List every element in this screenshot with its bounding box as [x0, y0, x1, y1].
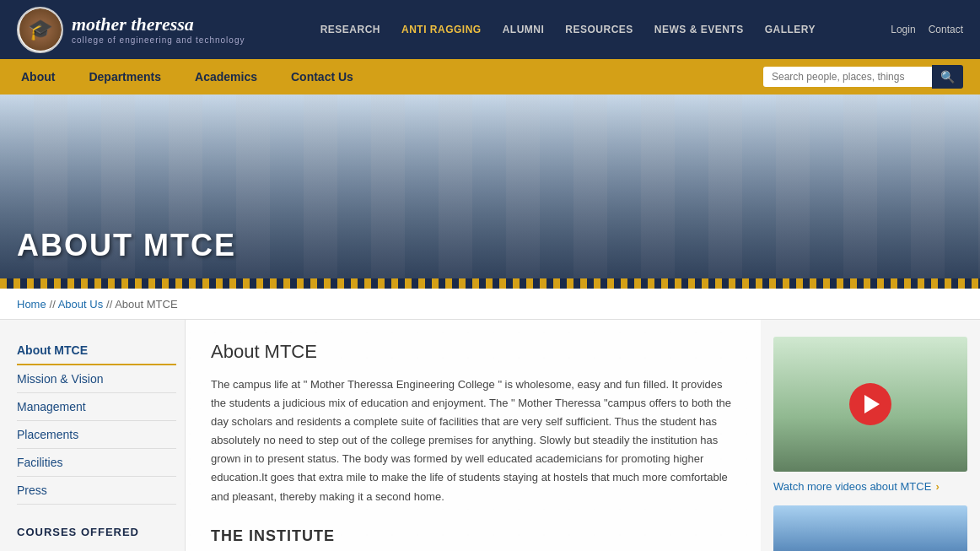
search-box: 🔍 — [763, 65, 963, 89]
top-navigation: RESEARCH ANTI RAGGING ALUMNI RESOURCES N… — [320, 24, 816, 35]
mainnav-about[interactable]: About — [17, 62, 59, 92]
main-navigation: About Departments Academics Contact Us 🔍 — [0, 59, 980, 95]
breadcrumb-current: About MTCE — [115, 298, 177, 311]
sidebar-link-mission[interactable]: Mission & Vision — [17, 365, 176, 393]
nav-gallery[interactable]: GALLERY — [765, 24, 816, 35]
page-title: About MTCE — [211, 341, 735, 363]
hero-banner: ABOUT MTCE — [0, 95, 980, 289]
breadcrumb-about-us[interactable]: About Us — [58, 298, 103, 311]
content-area: About MTCE Mission & Vision Management P… — [0, 320, 980, 551]
search-button[interactable]: 🔍 — [932, 65, 963, 89]
left-sidebar: About MTCE Mission & Vision Management P… — [0, 320, 186, 551]
breadcrumb-sep2: // — [106, 298, 115, 311]
main-nav-links: About Departments Academics Contact Us — [17, 62, 358, 92]
top-bar: 🎓 mother theressa college of engineering… — [0, 0, 980, 59]
breadcrumb: Home // About Us // About MTCE — [0, 289, 980, 320]
logo-image: 🎓 — [19, 8, 62, 51]
logo-area: 🎓 mother theressa college of engineering… — [17, 7, 245, 53]
courses-header: COURSES OFFERED — [17, 526, 176, 538]
sidebar-link-about-mtce[interactable]: About MTCE — [17, 337, 176, 365]
breadcrumb-sep1: // — [50, 298, 58, 311]
nav-alumni[interactable]: ALUMNI — [503, 24, 545, 35]
login-link[interactable]: Login — [891, 24, 915, 35]
nav-news-events[interactable]: NEWS & EVENTS — [654, 24, 744, 35]
logo-icon: 🎓 — [17, 7, 63, 53]
logo-name: mother theressa — [72, 14, 245, 35]
sidebar-link-press[interactable]: Press — [17, 477, 176, 505]
sidebar-item-press[interactable]: Press — [17, 477, 176, 505]
sidebar-item-placements[interactable]: Placements — [17, 421, 176, 449]
play-button[interactable] — [849, 383, 891, 425]
mainnav-departments[interactable]: Departments — [84, 62, 165, 92]
video-link[interactable]: Watch more videos about MTCE › — [773, 480, 967, 493]
search-input[interactable] — [763, 67, 932, 87]
page-body: The campus life at " Mother Theressa Eng… — [211, 375, 735, 506]
logo-text: mother theressa college of engineering a… — [72, 14, 245, 46]
video-thumbnail[interactable] — [773, 337, 967, 472]
sidebar-menu: About MTCE Mission & Vision Management P… — [17, 337, 176, 505]
section-title: THE INSTITUTE — [211, 527, 735, 545]
mainnav-academics[interactable]: Academics — [191, 62, 261, 92]
sidebar-link-management[interactable]: Management — [17, 393, 176, 421]
nav-resources[interactable]: RESOURCES — [565, 24, 633, 35]
sidebar-item-facilities[interactable]: Facilities — [17, 449, 176, 477]
contact-link[interactable]: Contact — [929, 24, 963, 35]
top-right-links: Login Contact — [891, 24, 963, 35]
sidebar-item-about-mtce[interactable]: About MTCE — [17, 337, 176, 365]
nav-anti-ragging[interactable]: ANTI RAGGING — [401, 24, 482, 35]
logo-tagline: college of engineering and technology — [72, 35, 245, 46]
sidebar-item-management[interactable]: Management — [17, 393, 176, 421]
secondary-image — [773, 505, 967, 551]
main-content: About MTCE The campus life at " Mother T… — [186, 320, 761, 551]
hero-stripe — [0, 278, 980, 289]
breadcrumb-home[interactable]: Home — [17, 298, 46, 311]
hero-title: ABOUT MTCE — [17, 228, 236, 263]
nav-research[interactable]: RESEARCH — [320, 24, 380, 35]
right-sidebar: Watch more videos about MTCE › — [761, 320, 980, 551]
sidebar-link-facilities[interactable]: Facilities — [17, 449, 176, 477]
chevron-right-icon: › — [935, 480, 939, 493]
video-link-text: Watch more videos about MTCE — [773, 480, 931, 493]
mainnav-contact[interactable]: Contact Us — [287, 62, 358, 92]
sidebar-item-mission[interactable]: Mission & Vision — [17, 365, 176, 393]
sidebar-link-placements[interactable]: Placements — [17, 421, 176, 449]
